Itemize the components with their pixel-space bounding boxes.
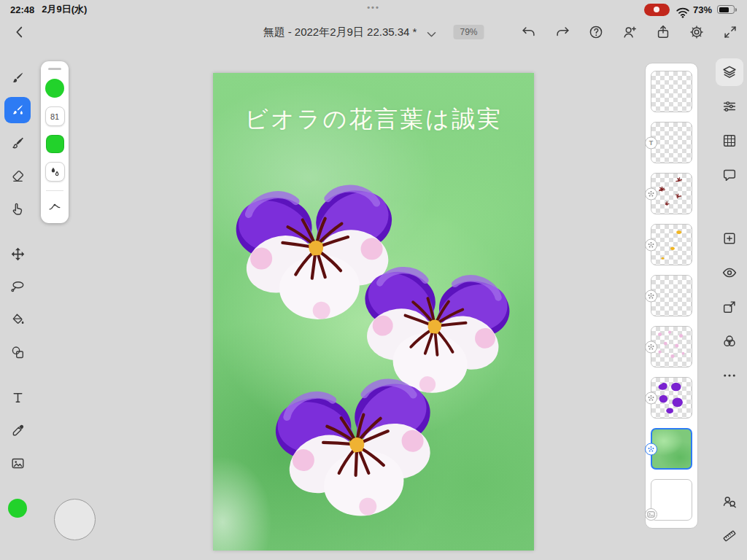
right-toolbar — [712, 47, 747, 560]
vector-icon — [10, 136, 26, 151]
settings-button[interactable] — [684, 20, 709, 44]
fullscreen-button[interactable] — [718, 20, 743, 44]
tool-eraser[interactable] — [4, 163, 31, 189]
tool-shapes[interactable] — [4, 339, 31, 365]
undo-button[interactable] — [516, 20, 541, 44]
droplets-icon — [48, 166, 61, 179]
panel-button-layer-more[interactable] — [716, 362, 743, 389]
undo-icon — [521, 24, 537, 40]
watercolor-icon — [10, 103, 26, 118]
layer-pink-spots[interactable] — [651, 326, 692, 368]
status-bar: 22:48 2月9日(水) ••• 73% — [0, 0, 747, 18]
layer-badge-asterisk[interactable] — [645, 392, 657, 404]
clock: 22:48 — [10, 4, 34, 15]
multitasking-dots[interactable]: ••• — [367, 3, 380, 12]
battery-percent: 73% — [693, 4, 712, 15]
layer-flower-lines[interactable] — [651, 173, 692, 214]
panel-button-comments[interactable] — [716, 161, 743, 189]
title-bar: 無題 - 2022年2月9日 22.35.34 * 79% — [0, 18, 747, 47]
layer-layer-top[interactable] — [651, 71, 692, 112]
layer-badge-asterisk[interactable] — [645, 443, 657, 455]
layers-panel: T — [645, 63, 698, 529]
invite-icon — [622, 24, 638, 40]
layer-thumbnail — [651, 71, 692, 112]
text-icon — [10, 390, 26, 405]
panel-button-transform-layer[interactable] — [716, 293, 743, 321]
tool-pixel-brush[interactable] — [4, 64, 31, 90]
panel-button-layer-visibility[interactable] — [716, 259, 743, 287]
layer-badge-image[interactable] — [645, 508, 657, 521]
tool-vector-brush[interactable] — [4, 130, 31, 156]
tool-lasso-select[interactable] — [4, 273, 31, 300]
curve-icon — [47, 200, 62, 214]
water-flow-button[interactable] — [45, 162, 65, 182]
wifi-icon — [675, 4, 688, 15]
eye-icon — [721, 265, 738, 281]
title-chevron-down-icon[interactable] — [423, 26, 435, 38]
layer-yellow-centers[interactable] — [651, 224, 692, 265]
fresco-app-window: 22:48 2月9日(水) ••• 73% 無題 - 2022年2月9日 22.… — [0, 0, 747, 560]
help-button[interactable] — [584, 20, 608, 44]
brush-settings-button[interactable] — [47, 200, 62, 214]
panel-button-layer-blend[interactable] — [716, 327, 743, 355]
help-icon — [588, 24, 604, 40]
brush-size-value: 81 — [50, 112, 59, 121]
layer-green-background[interactable] — [651, 428, 692, 470]
panel-button-layer-properties[interactable] — [716, 93, 743, 120]
invite-button[interactable] — [617, 20, 642, 44]
layer-badge-asterisk[interactable] — [645, 341, 657, 353]
layer-badge-asterisk[interactable] — [645, 238, 657, 251]
screen-recording-indicator[interactable] — [644, 4, 670, 16]
fullscreen-icon — [722, 24, 738, 40]
touch-shortcut-control[interactable] — [54, 499, 96, 540]
eraser-icon — [10, 168, 26, 184]
battery-icon — [717, 5, 737, 14]
foreground-color-swatch — [8, 499, 27, 518]
panel-button-add-layer[interactable] — [716, 225, 743, 252]
brush-icon — [10, 70, 26, 85]
redo-button[interactable] — [550, 20, 575, 44]
layer-badge-asterisk[interactable] — [645, 187, 657, 200]
tool-transform[interactable] — [4, 241, 31, 267]
lasso-icon — [10, 279, 26, 295]
layer-badge-text[interactable]: T — [645, 136, 657, 149]
fill-icon — [10, 312, 26, 327]
panel-button-ruler[interactable] — [716, 522, 743, 550]
brush-color-indicator[interactable] — [45, 79, 64, 98]
smudge-icon — [10, 201, 26, 217]
blend-icon — [721, 333, 738, 349]
layer-purple-petals[interactable] — [651, 377, 692, 419]
layer-layer-empty[interactable] — [651, 275, 692, 316]
shape-icon — [10, 345, 26, 360]
brush-size-field[interactable]: 81 — [45, 106, 65, 126]
tool-fill[interactable] — [4, 306, 31, 332]
layer-text-layer[interactable]: T — [651, 122, 692, 163]
tool-color[interactable] — [4, 495, 31, 521]
back-button[interactable] — [7, 20, 32, 44]
tool-type[interactable] — [4, 384, 31, 411]
move-icon — [10, 246, 26, 262]
paint-color-swatch[interactable] — [46, 135, 64, 153]
tool-eyedropper[interactable] — [4, 417, 31, 443]
more-icon — [721, 368, 738, 384]
panel-button-livestream[interactable] — [716, 488, 743, 516]
date: 2月9日(水) — [42, 3, 87, 16]
left-toolbar — [0, 47, 35, 560]
layer-canvas-background[interactable] — [651, 479, 692, 521]
share-button[interactable] — [651, 20, 676, 44]
layer-badge-asterisk[interactable] — [645, 289, 657, 302]
document-title[interactable]: 無題 - 2022年2月9日 22.35.34 * — [263, 26, 417, 39]
tool-smudge[interactable] — [4, 195, 31, 222]
zoom-level-badge[interactable]: 79% — [453, 25, 484, 39]
panel-button-layers[interactable] — [716, 58, 743, 86]
viola-flowers-drawing — [213, 73, 534, 551]
recording-dot-icon — [654, 7, 659, 12]
canvas-document[interactable]: ビオラの花言葉は誠実 — [213, 73, 534, 551]
artwork-caption-text: ビオラの花言葉は誠実 — [213, 104, 534, 136]
share-icon — [655, 24, 671, 40]
grid-icon — [721, 133, 738, 149]
panel-drag-handle[interactable] — [48, 68, 61, 70]
tool-live-brush[interactable] — [4, 97, 31, 123]
tool-place-image[interactable] — [4, 450, 31, 476]
panel-button-precision[interactable] — [716, 127, 743, 155]
